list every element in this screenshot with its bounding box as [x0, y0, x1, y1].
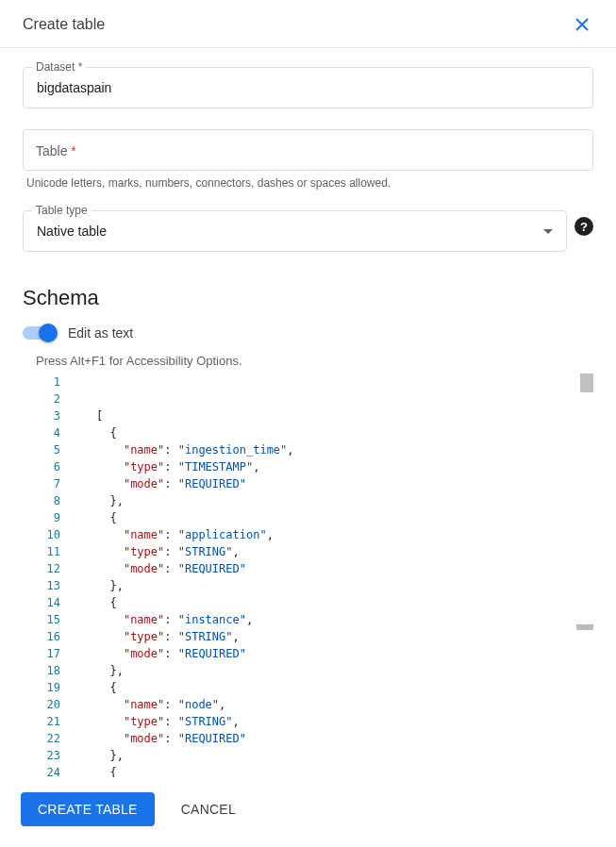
editor-scrollbar[interactable]	[580, 374, 593, 392]
table-type-row: Table type Native table ?	[23, 201, 593, 252]
table-type-value: Native table	[37, 224, 107, 239]
cancel-button[interactable]: CANCEL	[174, 792, 243, 826]
table-input[interactable]	[23, 129, 593, 171]
dataset-field-wrap: Dataset *	[23, 67, 593, 108]
close-button[interactable]	[571, 13, 593, 36]
dialog-body: Dataset * Table * Unicode letters, marks…	[0, 48, 616, 777]
create-table-button[interactable]: CREATE TABLE	[21, 792, 155, 826]
table-field-wrap: Table *	[23, 129, 593, 171]
edit-as-text-toggle[interactable]	[23, 326, 55, 340]
editor-gutter: 1234567891011121314151617181920212223242…	[23, 374, 77, 777]
close-icon	[574, 17, 590, 32]
dataset-input[interactable]	[23, 67, 593, 108]
chevron-down-icon	[543, 229, 553, 234]
help-icon[interactable]: ?	[574, 217, 593, 236]
dataset-label: Dataset *	[32, 60, 86, 74]
edit-as-text-row: Edit as text	[23, 325, 593, 340]
editor-code-area[interactable]: [ { "name": "ingestion_time", "type": "T…	[96, 374, 593, 777]
a11y-hint: Press Alt+F1 for Accessibility Options.	[36, 354, 593, 368]
table-type-label: Table type	[32, 204, 92, 217]
dialog-footer: CREATE TABLE CANCEL	[0, 777, 616, 847]
table-helper-text: Unicode letters, marks, numbers, connect…	[26, 176, 593, 190]
schema-editor[interactable]: 1234567891011121314151617181920212223242…	[23, 374, 593, 777]
toggle-thumb	[39, 324, 58, 342]
dialog-title: Create table	[23, 16, 105, 33]
editor-minimap-mark	[576, 624, 593, 630]
table-type-select[interactable]: Native table	[23, 210, 567, 252]
dialog-header: Create table	[0, 0, 616, 48]
schema-heading: Schema	[23, 286, 593, 310]
editor-fold-column	[77, 374, 96, 777]
edit-as-text-label: Edit as text	[68, 325, 133, 340]
